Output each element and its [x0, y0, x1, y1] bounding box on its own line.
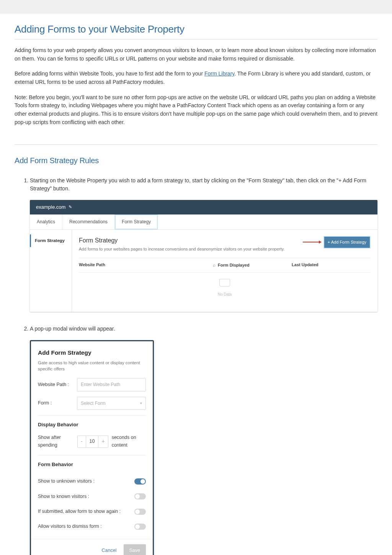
- chevron-down-icon: ▾: [140, 400, 142, 406]
- page-title: Adding Forms to your Website Property: [15, 23, 377, 39]
- shot1-panel-title: Form Strategy: [79, 236, 284, 246]
- row-show-unknown: Show to unknown visitors :: [38, 474, 146, 489]
- cancel-button[interactable]: Cancel: [102, 547, 117, 554]
- shot1-main-top: Form Strategy Add forms to your websites…: [79, 236, 371, 253]
- shot1-tabs: Analytics Recommendations Form Strategy: [30, 214, 377, 230]
- toggle-knob: [135, 524, 140, 529]
- website-path-label: Website Path :: [38, 381, 77, 388]
- form-select-placeholder: Select Form: [81, 400, 106, 407]
- screenshot-2-wrap: Add Form Strategy Gate access to high va…: [30, 340, 377, 555]
- search-icon: ⌕: [213, 262, 216, 269]
- shot1-breadcrumb: example.com ✎: [30, 200, 377, 214]
- toggle-knob: [140, 479, 145, 484]
- intro-paragraph-3: Note: Before you begin, you'll want to b…: [15, 93, 377, 127]
- section-title: Add Form Strategy Rules: [15, 156, 377, 165]
- intro2-text-a: Before adding forms within Website Tools…: [15, 70, 204, 77]
- modal-subtitle: Gate access to high value content or dis…: [38, 360, 146, 372]
- shot1-breadcrumb-text: example.com: [36, 203, 65, 211]
- shot1-empty-state: No Data: [79, 273, 371, 302]
- shot1-btn-wrap: + Add Form Strategy: [303, 236, 371, 249]
- intro-paragraph-1: Adding forms to your web property allows…: [15, 46, 377, 63]
- tab-form-strategy[interactable]: Form Strategy: [115, 214, 158, 229]
- form-library-link[interactable]: Form Library: [204, 70, 234, 77]
- shot1-sidebar: Form Strategy: [30, 230, 72, 312]
- col-form-displayed: ⌕ Form Displayed: [213, 262, 292, 269]
- steps-list: Starting on the Website Property you wis…: [15, 177, 377, 555]
- save-button[interactable]: Save: [124, 544, 146, 555]
- step-2: A pop-up modal window will appear. Add F…: [30, 325, 377, 555]
- display-behavior-title: Display Behavior: [38, 421, 146, 429]
- toggle-show-known[interactable]: [134, 493, 146, 499]
- form-select[interactable]: Select Form ▾: [77, 397, 146, 410]
- toggle-allow-dismiss[interactable]: [134, 524, 146, 530]
- step-1-text: Starting on the Website Property you wis…: [30, 177, 366, 192]
- sidebar-item-form-strategy[interactable]: Form Strategy: [30, 234, 72, 247]
- intro-paragraph-2: Before adding forms within Website Tools…: [15, 70, 377, 86]
- shot1-columns: Website Path ⌕ Form Displayed Last Updat…: [79, 258, 371, 273]
- tab-recommendations[interactable]: Recommendations: [62, 214, 115, 229]
- empty-box-icon: [219, 279, 230, 287]
- seconds-stepper: - 10 +: [77, 435, 108, 448]
- row-form: Form : Select Form ▾: [38, 397, 146, 410]
- shot1-body: Form Strategy Form Strategy Add forms to…: [30, 230, 377, 312]
- show-after-row: Show after spending - 10 + seconds on co…: [38, 434, 146, 449]
- modal-divider-1: [38, 415, 146, 416]
- allow-again-label: If submitted, allow form to show again :: [38, 508, 121, 515]
- toggle-knob: [135, 509, 140, 514]
- show-after-text-b: seconds on content: [112, 434, 146, 449]
- form-behavior-title: Form Behavior: [38, 461, 146, 468]
- col-website-path: Website Path: [79, 262, 213, 269]
- row-allow-dismiss: Allow visitors to dismiss form :: [38, 519, 146, 534]
- article-container: Adding Forms to your Website Property Ad…: [0, 23, 392, 555]
- show-unknown-label: Show to unknown visitors :: [38, 478, 95, 485]
- pencil-icon: ✎: [69, 204, 72, 210]
- toggle-allow-again[interactable]: [134, 509, 146, 515]
- row-website-path: Website Path : Enter Website Path: [38, 378, 146, 391]
- tab-analytics[interactable]: Analytics: [30, 214, 62, 229]
- show-known-label: Show to known visitors :: [38, 493, 89, 500]
- add-form-strategy-modal: Add Form Strategy Gate access to high va…: [30, 340, 154, 555]
- screenshot-1: example.com ✎ Analytics Recommendations …: [30, 200, 377, 312]
- stepper-value: 10: [86, 436, 98, 447]
- shot1-titles: Form Strategy Add forms to your websites…: [79, 236, 284, 253]
- divider: [15, 144, 377, 145]
- col-form-displayed-label: Form Displayed: [218, 262, 250, 268]
- arrow-icon: [303, 242, 321, 242]
- shot1-panel-subtitle: Add forms to your websites pages to incr…: [79, 246, 284, 252]
- modal-divider-2: [38, 455, 146, 455]
- top-bar: [0, 0, 392, 13]
- modal-footer: Cancel Save: [31, 539, 153, 555]
- toggle-show-unknown[interactable]: [134, 478, 146, 485]
- col-last-updated: Last Updated: [292, 262, 371, 269]
- show-after-text-a: Show after spending: [38, 434, 74, 449]
- website-path-input[interactable]: Enter Website Path: [77, 378, 146, 391]
- no-data-text: No Data: [79, 291, 371, 298]
- step-2-text: A pop-up modal window will appear.: [30, 326, 115, 332]
- stepper-minus-button[interactable]: -: [78, 436, 86, 447]
- step-1: Starting on the Website Property you wis…: [30, 177, 377, 312]
- shot1-main: Form Strategy Add forms to your websites…: [72, 230, 377, 312]
- allow-dismiss-label: Allow visitors to dismiss form :: [38, 523, 102, 530]
- modal-body: Add Form Strategy Gate access to high va…: [31, 341, 153, 539]
- row-allow-again: If submitted, allow form to show again :: [38, 504, 146, 519]
- stepper-plus-button[interactable]: +: [98, 436, 108, 447]
- form-label: Form :: [38, 399, 77, 407]
- toggle-knob: [135, 494, 140, 499]
- screenshot-1-wrap: example.com ✎ Analytics Recommendations …: [30, 200, 377, 312]
- row-show-known: Show to known visitors :: [38, 489, 146, 504]
- add-form-strategy-button[interactable]: + Add Form Strategy: [323, 236, 371, 249]
- modal-title: Add Form Strategy: [38, 348, 146, 357]
